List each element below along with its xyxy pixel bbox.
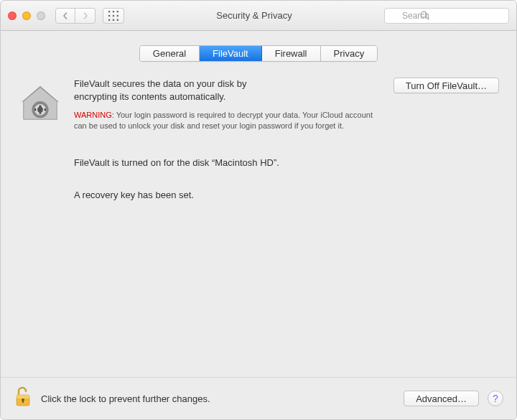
tab-firewall[interactable]: Firewall [262,46,321,61]
description-line2: encrypting its contents automatically. [74,91,225,102]
lock-status-text: Click the lock to prevent further change… [41,393,395,404]
svg-rect-0 [108,11,110,12]
status-disk-text: FileVault is turned on for the disk “Mac… [74,157,499,168]
svg-rect-15 [39,113,42,114]
minimize-window-button[interactable] [22,11,31,20]
tab-privacy[interactable]: Privacy [321,46,378,61]
filevault-description: FileVault secures the data on your disk … [74,78,382,131]
preferences-window: Security & Privacy General FileVault Fir… [0,0,517,420]
turn-off-filevault-button[interactable]: Turn Off FileVault… [393,78,499,93]
grid-icon [108,11,118,21]
help-button[interactable]: ? [488,391,503,406]
svg-rect-17 [45,108,46,111]
close-window-button[interactable] [8,11,17,20]
svg-rect-5 [117,14,118,16]
warning-body: Your login password is required to decry… [74,111,373,130]
footer: Click the lock to prevent further change… [1,378,516,419]
tabs-row: General FileVault Firewall Privacy [1,31,516,70]
svg-rect-19 [17,395,29,398]
filevault-icon [18,78,62,128]
search-input[interactable] [384,8,509,24]
forward-button[interactable] [75,8,96,24]
svg-rect-21 [22,400,24,403]
show-all-button[interactable] [103,8,124,24]
chevron-left-icon [62,12,69,19]
svg-rect-1 [113,11,114,12]
svg-rect-16 [34,108,36,111]
svg-rect-2 [117,11,118,12]
window-controls [8,11,45,20]
window-title: Security & Privacy [131,10,377,21]
zoom-window-button [37,11,45,20]
svg-rect-4 [113,14,114,16]
svg-rect-3 [108,14,110,16]
status-recovery-text: A recovery key has been set. [74,190,499,200]
svg-rect-6 [108,19,110,20]
tab-general[interactable]: General [140,46,200,61]
tab-group: General FileVault Firewall Privacy [139,45,378,62]
description-line1: FileVault secures the data on your disk … [74,78,246,89]
warning-text: WARNING: Your login password is required… [74,110,382,131]
svg-rect-14 [39,106,42,107]
svg-rect-7 [113,19,114,20]
filevault-header-row: FileVault secures the data on your disk … [18,78,499,131]
warning-label: WARNING: [74,111,114,119]
svg-rect-8 [117,19,118,20]
chevron-right-icon [82,12,89,19]
status-block: FileVault is turned on for the disk “Mac… [74,157,499,200]
svg-point-13 [37,107,43,113]
back-button[interactable] [55,8,75,24]
advanced-button[interactable]: Advanced… [404,391,479,406]
content-area: FileVault secures the data on your disk … [1,70,516,377]
nav-button-group [55,8,96,24]
tab-filevault[interactable]: FileVault [200,46,262,61]
lock-icon[interactable] [14,386,32,411]
titlebar: Security & Privacy [1,1,516,31]
